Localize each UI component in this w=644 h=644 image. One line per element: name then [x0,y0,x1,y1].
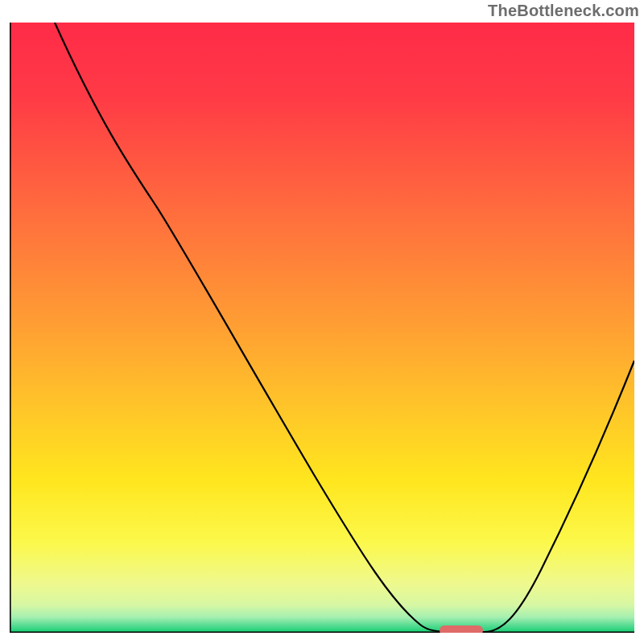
gradient-background [10,23,634,633]
optimal-marker [440,625,483,633]
chart-canvas [10,23,634,633]
watermark-text: TheBottleneck.com [488,2,639,20]
